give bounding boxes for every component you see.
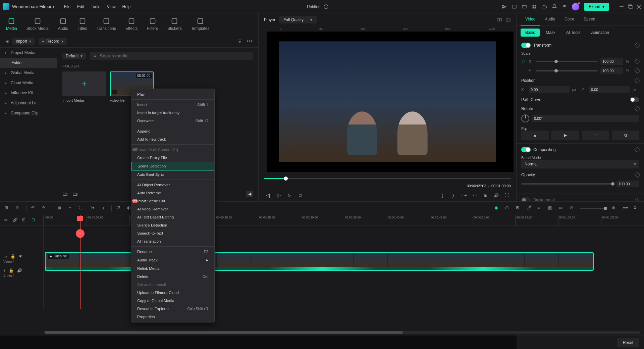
compositing-toggle[interactable] — [521, 147, 531, 152]
keyframe-icon[interactable] — [635, 43, 640, 48]
ctx-copy-to-global-media[interactable]: Copy to Global Media — [131, 297, 214, 305]
folder-out-icon[interactable] — [62, 191, 68, 197]
marker-icon[interactable]: ⬡ — [505, 205, 511, 211]
track-link-icon[interactable]: 🔗 — [13, 217, 19, 223]
inspector-tab-video[interactable]: Video — [521, 13, 540, 26]
menu-help[interactable]: Help — [119, 3, 134, 10]
record-button[interactable]: ●Record▾ — [39, 38, 67, 45]
ctx-create-proxy-file[interactable]: Create Proxy File — [131, 154, 214, 162]
ctx-scene-detection[interactable]: Scene Detection — [131, 162, 214, 170]
mic-icon[interactable]: 🎤 — [527, 205, 533, 211]
flip-h-button[interactable]: ▲ — [521, 131, 549, 140]
import-button[interactable]: Import▾ — [12, 38, 35, 45]
compare-icon[interactable] — [497, 17, 502, 22]
keyframe-icon[interactable] — [635, 59, 640, 64]
new-folder-icon[interactable]: + — [72, 191, 78, 197]
playhead[interactable]: ✂ — [80, 215, 80, 309]
ctx-silence-detection[interactable]: Silence Detection — [131, 221, 214, 229]
shield-icon[interactable]: ⛨ — [516, 205, 522, 211]
scissors-icon[interactable]: ✂ — [76, 229, 85, 238]
snapshot-icon[interactable]: ◉ — [481, 191, 489, 199]
menu-view[interactable]: View — [104, 3, 119, 10]
text-icon[interactable]: T▾ — [90, 205, 96, 211]
zoom-in-icon[interactable]: ⊕ — [612, 205, 618, 211]
ctx-ai-object-remover[interactable]: AI Object Remover — [131, 181, 214, 189]
ctx-ai-translation[interactable]: AI Translation — [131, 237, 214, 245]
rotate-value[interactable]: 0.00° — [532, 115, 639, 122]
export-button[interactable]: Export▾ — [584, 3, 609, 11]
reset-button[interactable]: Reset — [617, 338, 639, 347]
more-icon[interactable]: ••• — [247, 39, 253, 44]
keyframe-icon[interactable] — [635, 68, 640, 74]
stop-icon[interactable]: □ — [296, 191, 304, 199]
mode-tab-stock[interactable]: Stock Media — [26, 16, 49, 32]
scrub-bar[interactable] — [261, 174, 514, 183]
menu-tools[interactable]: Tools — [88, 3, 104, 10]
redo-icon[interactable]: ↷ — [42, 205, 48, 211]
mode-tab-audio[interactable]: Audio — [57, 16, 69, 32]
close-icon[interactable] — [637, 4, 641, 9]
zoom-out-icon[interactable]: ⊖ — [570, 205, 576, 211]
keyframe-icon[interactable] — [635, 78, 640, 84]
zoom-slider[interactable] — [580, 208, 607, 209]
mark-in-icon[interactable]: { — [438, 191, 446, 199]
ctx-upload-to-filmora-cloud[interactable]: Upload to Filmora Cloud — [131, 289, 214, 297]
quality-dropdown[interactable]: Full Quality▾ — [279, 16, 317, 23]
image-icon[interactable] — [505, 17, 511, 22]
blend-mode-select[interactable]: Normal▾ — [521, 160, 639, 168]
auto-icon[interactable]: ◉ — [494, 205, 500, 211]
inspector-subtab-basic[interactable]: Basic — [521, 29, 540, 37]
user-avatar[interactable] — [572, 3, 579, 10]
pathcurve-toggle[interactable] — [630, 97, 639, 102]
mode-tab-media[interactable]: Media — [5, 16, 18, 32]
list-icon[interactable]: ≣▾ — [623, 205, 629, 211]
bell-icon[interactable] — [552, 4, 557, 9]
speed-icon[interactable]: ⏱ — [116, 205, 122, 211]
sidebar-item[interactable]: ▸Compound Clip — [0, 108, 57, 118]
menu-edit[interactable]: Edit — [74, 3, 88, 10]
transform-toggle[interactable] — [521, 43, 531, 48]
delete-icon[interactable]: 🗑 — [58, 205, 64, 211]
mode-tab-titles[interactable]: Titles — [77, 16, 88, 32]
minimize-icon[interactable] — [619, 4, 624, 9]
ctx-relink-media[interactable]: Relink Media — [131, 264, 214, 272]
ctx-play[interactable]: Play — [131, 90, 214, 98]
inspector-subtab-animation[interactable]: Animation — [586, 29, 613, 37]
sidebar-collapse[interactable]: ◀ — [5, 39, 8, 44]
ctx-overwrite[interactable]: OverwriteShift+O — [131, 117, 214, 125]
track-lock-icon[interactable]: 🔒 — [9, 268, 14, 273]
apps-icon[interactable] — [562, 4, 567, 9]
undo-icon[interactable]: ↶ — [31, 205, 37, 211]
mark-out-icon[interactable]: } — [449, 191, 457, 199]
ctx-auto-beat-sync[interactable]: Auto Beat Sync — [131, 170, 214, 179]
sidebar-item[interactable]: ▸Cloud Media — [0, 78, 57, 88]
flip-rect-button[interactable]: ▭ — [582, 131, 609, 140]
mode-tab-stickers[interactable]: Stickers — [167, 16, 182, 32]
magnet-icon[interactable]: ⊞ — [5, 205, 11, 211]
scale-y-value[interactable]: 100.00 — [600, 67, 623, 74]
ctx-audio-track[interactable]: Audio Track▸ — [131, 256, 214, 264]
frame-icon[interactable]: ◻ — [101, 205, 107, 211]
mixer-icon[interactable]: ≡ — [537, 205, 543, 211]
inspector-subtab-ai-tools[interactable]: AI Tools — [561, 29, 585, 37]
pos-y-value[interactable]: 0.00 — [589, 86, 630, 93]
keyframe-icon[interactable] — [635, 172, 640, 178]
sidebar-item[interactable]: ▸Influence Kit — [0, 88, 57, 98]
maximize-icon[interactable] — [628, 4, 633, 9]
inspector-tab-speed[interactable]: Speed — [579, 13, 600, 26]
volume-icon[interactable]: 🔊 — [492, 191, 500, 199]
link-icon[interactable]: ⊕ — [15, 205, 21, 211]
ctx-speech-to-text[interactable]: Speech-to-Text — [131, 229, 214, 237]
inspector-tab-audio[interactable]: Audio — [540, 13, 560, 26]
track-grid-icon[interactable]: ⊞ — [22, 217, 28, 223]
inspector-tab-color[interactable]: Color — [560, 13, 579, 26]
message-icon[interactable] — [512, 4, 517, 9]
filter-icon[interactable] — [237, 39, 243, 44]
audio-track-head[interactable]: ♪🔒🔊 Audio 1 — [0, 266, 43, 280]
cloud-icon[interactable] — [542, 4, 547, 9]
ctx-ai-vocal-remover[interactable]: AI Vocal Remover — [131, 205, 214, 213]
ctx-add-to-new-track[interactable]: Add to new track — [131, 135, 214, 143]
mode-tab-filters[interactable]: Filters — [146, 16, 159, 32]
video-track-head[interactable]: ▭🔒👁 Video 1 — [0, 252, 43, 266]
rotate-dial[interactable] — [521, 114, 529, 122]
